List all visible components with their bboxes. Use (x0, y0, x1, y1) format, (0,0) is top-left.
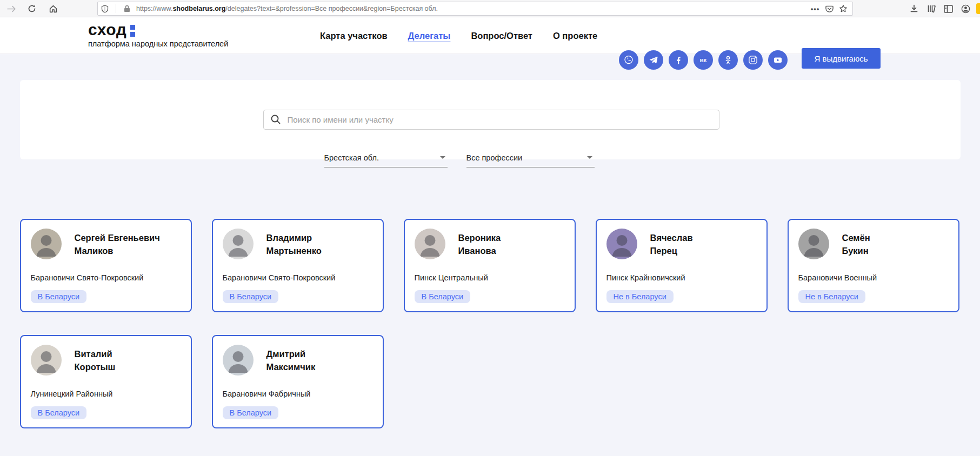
status-badge: В Беларуси (415, 290, 471, 303)
facebook-icon[interactable] (669, 50, 688, 70)
delegate-name: ДмитрийМаксимчик (266, 347, 316, 373)
delegate-card[interactable]: ВладимирМартыненко Барановичи Свято-Покр… (212, 219, 384, 312)
profession-select[interactable]: Все профессии (466, 150, 595, 167)
delegate-name: Сергей ЕвгеньевичМаликов (75, 231, 160, 257)
logo-colon-icon (130, 25, 135, 37)
library-icon[interactable] (923, 0, 939, 17)
instagram-icon[interactable] (743, 50, 763, 70)
url-path: /delegates?text=&profession=Все професси… (225, 5, 438, 12)
nav-item-delegates[interactable]: Делегаты (408, 31, 451, 41)
profession-select-value: Все профессии (466, 153, 523, 162)
forward-icon[interactable] (3, 0, 19, 17)
delegate-district: Барановичи Военный (798, 273, 949, 282)
delegate-card[interactable]: ВероникаИванова Пинск Центральный В Бела… (404, 219, 576, 312)
delegate-name: ВиталийКоротыш (75, 347, 116, 373)
more-options-icon[interactable]: ••• (808, 2, 822, 15)
vk-icon[interactable]: ВК (694, 50, 713, 70)
social-links: ВК (619, 50, 788, 70)
viber-icon[interactable] (619, 50, 638, 70)
account-icon[interactable] (957, 0, 974, 17)
avatar (223, 345, 254, 375)
region-select[interactable]: Брестская обл. (324, 150, 448, 167)
logo-subtitle: платформа народных представителей (88, 39, 228, 48)
reload-icon[interactable] (24, 0, 40, 17)
page-content: Брестская обл. Все профессии Сергей Евге… (0, 54, 980, 456)
main-nav: Карта участков Делегаты Вопрос/Ответ О п… (320, 17, 597, 54)
url-text: https://www.shodbelarus.org/delegates?te… (136, 5, 808, 12)
sidebar-icon[interactable] (940, 0, 956, 17)
delegate-district: Барановичи Свято-Покровский (223, 273, 373, 282)
avatar (31, 229, 62, 259)
delegate-name: ВячеславПерец (650, 231, 693, 257)
status-badge: В Беларуси (223, 290, 279, 303)
avatar (606, 229, 637, 259)
extension-partial-icon[interactable] (976, 3, 980, 14)
logo-title: сход (88, 22, 126, 38)
site-header: сход платформа народных представителей К… (0, 17, 980, 54)
url-domain: shodbelarus.org (172, 5, 225, 12)
tracking-protection-shield-icon[interactable] (98, 2, 112, 15)
avatar (415, 229, 445, 259)
status-badge: Не в Беларуси (798, 290, 865, 303)
avatar (798, 229, 829, 259)
delegate-card[interactable]: СемёнБукин Барановичи Военный Не в Белар… (788, 219, 959, 312)
odnoklassniki-icon[interactable] (718, 50, 738, 70)
home-icon[interactable] (45, 0, 61, 17)
url-prefix: https://www. (136, 5, 172, 12)
search-icon (270, 114, 281, 127)
pocket-icon[interactable] (822, 2, 836, 15)
search-input[interactable] (263, 110, 719, 130)
status-badge: В Беларуси (223, 406, 279, 419)
status-badge: Не в Беларуси (606, 290, 674, 303)
youtube-icon[interactable] (768, 50, 788, 70)
avatar (223, 229, 254, 259)
status-badge: В Беларуси (31, 406, 87, 419)
delegate-district: Пинск Центральный (415, 273, 565, 282)
delegate-district: Пинск Крайновичский (606, 273, 757, 282)
bookmark-star-icon[interactable] (836, 2, 850, 15)
status-badge: В Беларуси (31, 290, 87, 303)
delegate-card[interactable]: ДмитрийМаксимчик Барановичи Фабричный В … (212, 335, 384, 428)
nav-item-about[interactable]: О проекте (553, 31, 597, 41)
region-select-value: Брестская обл. (324, 153, 379, 162)
avatar (31, 345, 62, 375)
delegate-district: Барановичи Свято-Покровский (31, 273, 181, 282)
telegram-icon[interactable] (644, 50, 663, 70)
delegate-district: Лунинецкий Районный (31, 390, 181, 398)
filter-panel: Брестская обл. Все профессии (20, 80, 961, 159)
browser-toolbar: https://www.shodbelarus.org/delegates?te… (0, 0, 980, 17)
delegate-card[interactable]: ВячеславПерец Пинск Крайновичский Не в Б… (596, 219, 768, 312)
nav-item-map[interactable]: Карта участков (320, 31, 388, 41)
delegate-name: ВероникаИванова (458, 231, 501, 257)
url-bar[interactable]: https://www.shodbelarus.org/delegates?te… (97, 2, 853, 16)
delegates-grid: Сергей ЕвгеньевичМаликов Барановичи Свят… (20, 219, 961, 428)
delegate-card[interactable]: Сергей ЕвгеньевичМаликов Барановичи Свят… (20, 219, 192, 312)
nav-item-qa[interactable]: Вопрос/Ответ (471, 31, 532, 41)
site-logo[interactable]: сход платформа народных представителей (88, 22, 228, 48)
chevron-down-icon (440, 156, 445, 159)
delegate-card[interactable]: ВиталийКоротыш Лунинецкий Районный В Бел… (20, 335, 192, 428)
chevron-down-icon (587, 156, 592, 159)
delegate-district: Барановичи Фабричный (223, 390, 373, 398)
urlbar-separator (116, 4, 116, 13)
svg-text:ВК: ВК (700, 57, 707, 63)
delegate-name: СемёнБукин (842, 231, 870, 257)
download-icon[interactable] (906, 0, 922, 17)
delegate-name: ВладимирМартыненко (266, 231, 322, 257)
lock-icon[interactable] (120, 2, 134, 15)
nominate-button[interactable]: Я выдвигаюсь (802, 48, 881, 69)
